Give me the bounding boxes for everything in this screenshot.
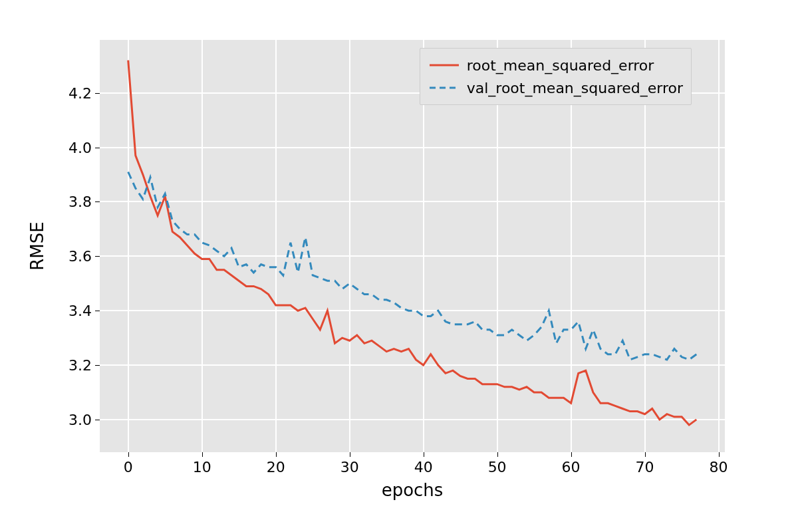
- legend-entry-train: root_mean_squared_error: [428, 54, 683, 76]
- legend-label-train: root_mean_squared_error: [467, 57, 654, 74]
- legend: root_mean_squared_error val_root_mean_sq…: [420, 48, 692, 105]
- legend-swatch-val: [428, 80, 460, 96]
- line-train-rmse: [128, 61, 697, 425]
- chart-figure: 010203040506070803.03.23.43.63.84.04.2 e…: [0, 0, 798, 532]
- legend-entry-val: val_root_mean_squared_error: [428, 76, 683, 99]
- legend-swatch-train: [428, 57, 460, 73]
- legend-label-val: val_root_mean_squared_error: [467, 80, 683, 96]
